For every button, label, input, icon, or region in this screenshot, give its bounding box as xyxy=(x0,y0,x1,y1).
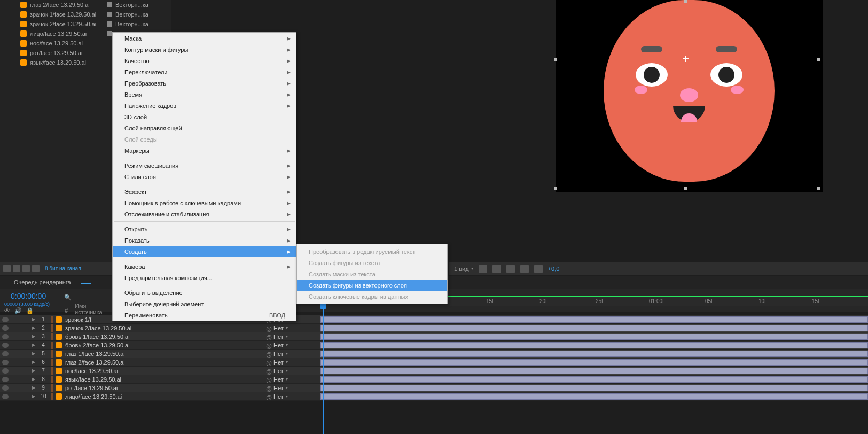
search-icon[interactable]: 🔍 xyxy=(64,294,72,301)
menu-item[interactable]: Маска▶ xyxy=(113,33,296,44)
fx-switch-icon[interactable] xyxy=(162,376,170,383)
menu-item[interactable]: Обратить выделение xyxy=(113,287,296,298)
menu-item[interactable]: Открыть▶ xyxy=(113,223,296,235)
parent-dropdown[interactable]: @Нет▾ xyxy=(266,351,309,357)
project-item[interactable]: глаз 2/face 13.29.50.aiВекторн...ка xyxy=(0,0,171,10)
layer-bar-region[interactable] xyxy=(320,359,868,366)
fx-switch-icon[interactable] xyxy=(162,385,170,391)
layer-name[interactable]: глаз 1/face 13.29.50.ai xyxy=(65,351,151,357)
menu-item[interactable]: Режим смешивания▶ xyxy=(113,160,296,171)
selection-handle[interactable] xyxy=(554,187,557,190)
label-color-icon[interactable] xyxy=(51,324,53,332)
parent-dropdown[interactable]: @Нет▾ xyxy=(266,376,309,383)
motion-blur-switch-icon[interactable] xyxy=(172,376,179,383)
timeline-layer-row[interactable]: ▶5глаз 1/face 13.29.50.ai@Нет▾ xyxy=(0,350,868,358)
layer-bar[interactable] xyxy=(320,393,868,400)
layer-name[interactable]: язык/face 13.29.50.ai xyxy=(65,376,151,383)
visibility-toggle-icon[interactable] xyxy=(2,385,9,391)
visibility-toggle-icon[interactable] xyxy=(2,368,9,374)
layer-name[interactable]: лицо/face 13.29.50.ai xyxy=(65,393,151,400)
fx-switch-icon[interactable] xyxy=(162,359,170,366)
fx-switch-icon[interactable] xyxy=(162,334,170,340)
layer-bar[interactable] xyxy=(320,376,868,383)
3d-icon[interactable] xyxy=(520,265,529,273)
layer-bar[interactable] xyxy=(320,368,868,374)
composition-viewer[interactable] xyxy=(556,0,823,192)
label-color-icon[interactable] xyxy=(51,359,53,366)
pickwhip-icon[interactable]: @ xyxy=(266,343,271,348)
pickwhip-icon[interactable]: @ xyxy=(266,394,271,399)
timeline-layer-row[interactable]: ▶9рот/face 13.29.50.ai@Нет▾ xyxy=(0,384,868,392)
shy-switch-icon[interactable] xyxy=(153,376,160,383)
parent-dropdown[interactable]: @Нет▾ xyxy=(266,334,309,340)
visibility-toggle-icon[interactable] xyxy=(2,360,9,365)
layer-bar-region[interactable] xyxy=(320,350,868,358)
timeline-layer-row[interactable]: ▶4бровь 2/face 13.29.50.ai@Нет▾ xyxy=(0,341,868,350)
selection-handle[interactable] xyxy=(554,58,557,61)
shy-switch-icon[interactable] xyxy=(153,334,160,340)
layer-bar[interactable] xyxy=(320,342,868,348)
twirl-icon[interactable]: ▶ xyxy=(32,394,35,399)
parent-dropdown[interactable]: @Нет▾ xyxy=(266,393,309,400)
timeline-layer-row[interactable]: ▶8язык/face 13.29.50.ai@Нет▾ xyxy=(0,375,868,384)
layer-name[interactable]: бровь 2/face 13.29.50.ai xyxy=(65,342,151,348)
speaker-column-icon[interactable]: 🔊 xyxy=(14,307,22,314)
guides-icon[interactable] xyxy=(492,265,501,273)
selection-handle[interactable] xyxy=(684,0,687,3)
layer-bar-region[interactable] xyxy=(320,393,868,400)
pickwhip-icon[interactable]: @ xyxy=(266,360,271,365)
layer-bar-region[interactable] xyxy=(320,384,868,392)
menu-item[interactable]: Предварительная композиция... xyxy=(113,272,296,283)
motion-blur-switch-icon[interactable] xyxy=(172,393,179,400)
layer-bar[interactable] xyxy=(320,359,868,366)
current-timecode[interactable]: 0:00:00:00 xyxy=(11,292,46,300)
layer-bar[interactable] xyxy=(320,385,868,391)
layer-bar-region[interactable] xyxy=(320,316,868,323)
visibility-toggle-icon[interactable] xyxy=(2,343,9,348)
twirl-icon[interactable]: ▶ xyxy=(32,334,35,339)
layer-name[interactable]: рот/face 13.29.50.ai xyxy=(65,385,151,391)
selection-handle[interactable] xyxy=(817,187,820,190)
menu-item[interactable]: Контур маски и фигуры▶ xyxy=(113,44,296,55)
pickwhip-icon[interactable]: @ xyxy=(266,351,271,356)
twirl-icon[interactable]: ▶ xyxy=(32,377,35,382)
fx-switch-icon[interactable] xyxy=(162,393,170,400)
layer-bar[interactable] xyxy=(320,325,868,331)
visibility-toggle-icon[interactable] xyxy=(2,334,9,339)
menu-item[interactable]: Маркеры▶ xyxy=(113,145,296,156)
layer-bar[interactable] xyxy=(320,316,868,323)
view-count-dropdown[interactable]: 1 вид▾ xyxy=(454,266,473,272)
parent-dropdown[interactable]: @Нет▾ xyxy=(266,385,309,391)
layer-name[interactable]: зрачок 2/face 13.29.50.ai xyxy=(65,325,151,331)
twirl-icon[interactable]: ▶ xyxy=(32,351,35,356)
twirl-icon[interactable]: ▶ xyxy=(32,368,35,373)
lock-column-icon[interactable]: 🔒 xyxy=(26,307,34,314)
visibility-toggle-icon[interactable] xyxy=(2,377,9,382)
layer-bar[interactable] xyxy=(320,351,868,357)
eye-column-icon[interactable]: 👁 xyxy=(4,307,10,314)
motion-blur-switch-icon[interactable] xyxy=(172,351,179,357)
project-settings-icon[interactable] xyxy=(32,265,40,272)
menu-item[interactable]: Выберите дочерний элемент xyxy=(113,298,296,309)
selection-handle[interactable] xyxy=(684,187,687,190)
fx-switch-icon[interactable] xyxy=(162,342,170,348)
layer-context-menu[interactable]: Маска▶Контур маски и фигуры▶Качество▶Пер… xyxy=(112,32,296,321)
motion-blur-switch-icon[interactable] xyxy=(172,342,179,348)
twirl-icon[interactable]: ▶ xyxy=(32,385,35,390)
layer-bar-region[interactable] xyxy=(320,324,868,332)
menu-item[interactable]: Переключатели▶ xyxy=(113,66,296,78)
timeline-layer-row[interactable]: ▶7нос/face 13.29.50.ai@Нет▾ xyxy=(0,367,868,375)
timeline-layer-row[interactable]: ▶10лицо/face 13.29.50.ai@Нет▾ xyxy=(0,392,868,401)
menu-item[interactable]: Помощник в работе с ключевыми кадрами▶ xyxy=(113,197,296,208)
new-comp-icon[interactable] xyxy=(22,265,30,272)
project-item[interactable]: зрачок 1/face 13.29.50.aiВекторн...ка xyxy=(0,10,171,19)
fx-switch-icon[interactable] xyxy=(162,325,170,331)
pickwhip-icon[interactable]: @ xyxy=(266,385,271,391)
shy-switch-icon[interactable] xyxy=(153,393,160,400)
parent-dropdown[interactable]: @Нет▾ xyxy=(266,325,309,331)
motion-blur-switch-icon[interactable] xyxy=(172,359,179,366)
pickwhip-icon[interactable]: @ xyxy=(266,377,271,382)
visibility-toggle-icon[interactable] xyxy=(2,394,9,399)
motion-blur-switch-icon[interactable] xyxy=(172,334,179,340)
playhead-line[interactable] xyxy=(323,306,324,434)
